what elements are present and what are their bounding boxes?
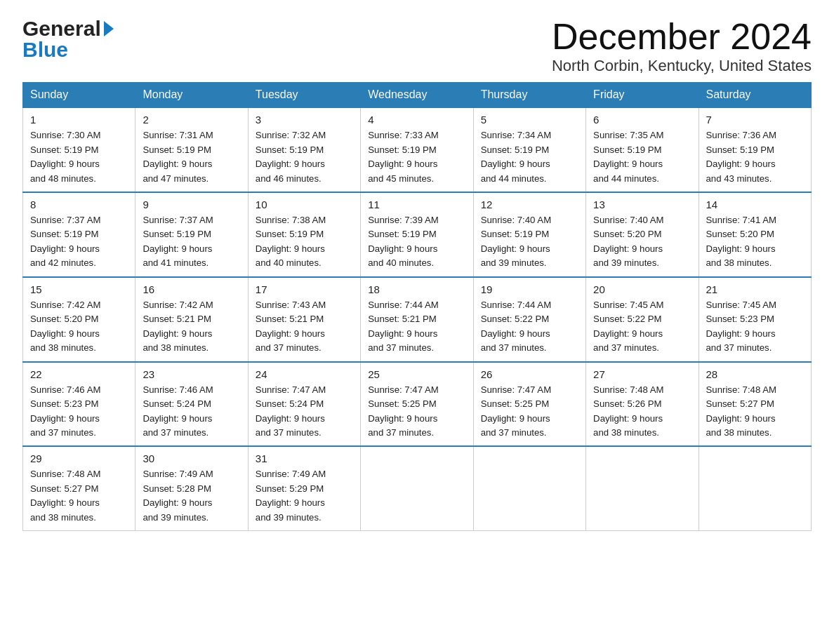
calendar-week-row: 22Sunrise: 7:46 AMSunset: 5:23 PMDayligh… bbox=[23, 362, 812, 447]
day-info: Sunrise: 7:47 AMSunset: 5:25 PMDaylight:… bbox=[481, 383, 578, 441]
month-title: December 2024 bbox=[552, 17, 812, 57]
day-number: 8 bbox=[30, 199, 128, 210]
logo-blue-text: Blue bbox=[22, 38, 114, 62]
location-title: North Corbin, Kentucky, United States bbox=[552, 57, 812, 75]
calendar-day-cell: 10Sunrise: 7:38 AMSunset: 5:19 PMDayligh… bbox=[248, 192, 360, 277]
logo: General Blue bbox=[22, 17, 114, 62]
day-info: Sunrise: 7:40 AMSunset: 5:19 PMDaylight:… bbox=[481, 213, 578, 271]
day-number: 9 bbox=[143, 199, 240, 210]
calendar-day-cell: 13Sunrise: 7:40 AMSunset: 5:20 PMDayligh… bbox=[586, 192, 699, 277]
calendar-day-cell: 15Sunrise: 7:42 AMSunset: 5:20 PMDayligh… bbox=[23, 277, 135, 362]
day-number: 12 bbox=[481, 199, 578, 210]
day-info: Sunrise: 7:47 AMSunset: 5:25 PMDaylight:… bbox=[368, 383, 465, 441]
day-info: Sunrise: 7:40 AMSunset: 5:20 PMDaylight:… bbox=[593, 213, 691, 271]
calendar-empty-cell bbox=[361, 446, 473, 530]
day-info: Sunrise: 7:30 AMSunset: 5:19 PMDaylight:… bbox=[30, 128, 128, 186]
day-info: Sunrise: 7:32 AMSunset: 5:19 PMDaylight:… bbox=[256, 128, 353, 186]
day-number: 30 bbox=[143, 452, 240, 464]
weekday-header-monday: Monday bbox=[135, 83, 248, 108]
calendar-day-cell: 27Sunrise: 7:48 AMSunset: 5:26 PMDayligh… bbox=[586, 362, 699, 447]
day-number: 21 bbox=[706, 283, 804, 295]
calendar-header-row: SundayMondayTuesdayWednesdayThursdayFrid… bbox=[23, 83, 812, 108]
calendar-day-cell: 8Sunrise: 7:37 AMSunset: 5:19 PMDaylight… bbox=[23, 192, 135, 277]
weekday-header-saturday: Saturday bbox=[699, 83, 811, 108]
weekday-header-wednesday: Wednesday bbox=[361, 83, 473, 108]
day-info: Sunrise: 7:46 AMSunset: 5:24 PMDaylight:… bbox=[143, 383, 240, 441]
day-info: Sunrise: 7:35 AMSunset: 5:19 PMDaylight:… bbox=[593, 128, 691, 186]
day-info: Sunrise: 7:38 AMSunset: 5:19 PMDaylight:… bbox=[256, 213, 353, 271]
calendar-day-cell: 17Sunrise: 7:43 AMSunset: 5:21 PMDayligh… bbox=[248, 277, 360, 362]
calendar-day-cell: 19Sunrise: 7:44 AMSunset: 5:22 PMDayligh… bbox=[473, 277, 585, 362]
title-block: December 2024 North Corbin, Kentucky, Un… bbox=[552, 17, 812, 75]
day-info: Sunrise: 7:34 AMSunset: 5:19 PMDaylight:… bbox=[481, 128, 578, 186]
day-number: 10 bbox=[256, 199, 353, 210]
day-info: Sunrise: 7:48 AMSunset: 5:27 PMDaylight:… bbox=[30, 467, 128, 525]
logo-general-text: General bbox=[22, 17, 114, 41]
calendar-day-cell: 11Sunrise: 7:39 AMSunset: 5:19 PMDayligh… bbox=[361, 192, 473, 277]
calendar-day-cell: 14Sunrise: 7:41 AMSunset: 5:20 PMDayligh… bbox=[699, 192, 811, 277]
day-info: Sunrise: 7:43 AMSunset: 5:21 PMDaylight:… bbox=[256, 298, 353, 356]
calendar-week-row: 1Sunrise: 7:30 AMSunset: 5:19 PMDaylight… bbox=[23, 107, 812, 192]
calendar-week-row: 15Sunrise: 7:42 AMSunset: 5:20 PMDayligh… bbox=[23, 277, 812, 362]
calendar-empty-cell bbox=[473, 446, 585, 530]
day-info: Sunrise: 7:45 AMSunset: 5:23 PMDaylight:… bbox=[706, 298, 804, 356]
calendar-day-cell: 12Sunrise: 7:40 AMSunset: 5:19 PMDayligh… bbox=[473, 192, 585, 277]
day-number: 27 bbox=[593, 368, 691, 380]
day-number: 23 bbox=[143, 368, 240, 380]
day-info: Sunrise: 7:46 AMSunset: 5:23 PMDaylight:… bbox=[30, 383, 128, 441]
calendar-day-cell: 1Sunrise: 7:30 AMSunset: 5:19 PMDaylight… bbox=[23, 107, 135, 192]
calendar-day-cell: 18Sunrise: 7:44 AMSunset: 5:21 PMDayligh… bbox=[361, 277, 473, 362]
day-number: 22 bbox=[30, 368, 128, 380]
day-info: Sunrise: 7:44 AMSunset: 5:22 PMDaylight:… bbox=[481, 298, 578, 356]
day-number: 24 bbox=[256, 368, 353, 380]
calendar-day-cell: 3Sunrise: 7:32 AMSunset: 5:19 PMDaylight… bbox=[248, 107, 360, 192]
calendar-day-cell: 7Sunrise: 7:36 AMSunset: 5:19 PMDaylight… bbox=[699, 107, 811, 192]
day-number: 19 bbox=[481, 283, 578, 295]
day-number: 18 bbox=[368, 283, 465, 295]
calendar-week-row: 29Sunrise: 7:48 AMSunset: 5:27 PMDayligh… bbox=[23, 446, 812, 530]
logo-arrow-icon bbox=[104, 21, 114, 36]
day-number: 31 bbox=[256, 452, 353, 464]
day-number: 15 bbox=[30, 283, 128, 295]
day-info: Sunrise: 7:37 AMSunset: 5:19 PMDaylight:… bbox=[143, 213, 240, 271]
calendar-day-cell: 24Sunrise: 7:47 AMSunset: 5:24 PMDayligh… bbox=[248, 362, 360, 447]
day-number: 7 bbox=[706, 114, 804, 126]
day-number: 6 bbox=[593, 114, 691, 126]
calendar-day-cell: 29Sunrise: 7:48 AMSunset: 5:27 PMDayligh… bbox=[23, 446, 135, 530]
day-info: Sunrise: 7:37 AMSunset: 5:19 PMDaylight:… bbox=[30, 213, 128, 271]
day-number: 29 bbox=[30, 452, 128, 464]
page-header: General Blue December 2024 North Corbin,… bbox=[22, 17, 812, 75]
day-info: Sunrise: 7:44 AMSunset: 5:21 PMDaylight:… bbox=[368, 298, 465, 356]
day-info: Sunrise: 7:39 AMSunset: 5:19 PMDaylight:… bbox=[368, 213, 465, 271]
logo-general-label: General bbox=[22, 17, 101, 41]
calendar-day-cell: 16Sunrise: 7:42 AMSunset: 5:21 PMDayligh… bbox=[135, 277, 248, 362]
day-info: Sunrise: 7:48 AMSunset: 5:26 PMDaylight:… bbox=[593, 383, 691, 441]
calendar-day-cell: 28Sunrise: 7:48 AMSunset: 5:27 PMDayligh… bbox=[699, 362, 811, 447]
weekday-header-sunday: Sunday bbox=[23, 83, 135, 108]
day-info: Sunrise: 7:42 AMSunset: 5:21 PMDaylight:… bbox=[143, 298, 240, 356]
weekday-header-tuesday: Tuesday bbox=[248, 83, 360, 108]
day-number: 28 bbox=[706, 368, 804, 380]
day-number: 26 bbox=[481, 368, 578, 380]
calendar-day-cell: 22Sunrise: 7:46 AMSunset: 5:23 PMDayligh… bbox=[23, 362, 135, 447]
calendar-day-cell: 9Sunrise: 7:37 AMSunset: 5:19 PMDaylight… bbox=[135, 192, 248, 277]
weekday-header-thursday: Thursday bbox=[473, 83, 585, 108]
day-number: 1 bbox=[30, 114, 128, 126]
calendar-empty-cell bbox=[586, 446, 699, 530]
day-info: Sunrise: 7:41 AMSunset: 5:20 PMDaylight:… bbox=[706, 213, 804, 271]
day-info: Sunrise: 7:49 AMSunset: 5:28 PMDaylight:… bbox=[143, 467, 240, 525]
calendar-table: SundayMondayTuesdayWednesdayThursdayFrid… bbox=[22, 82, 812, 531]
calendar-day-cell: 31Sunrise: 7:49 AMSunset: 5:29 PMDayligh… bbox=[248, 446, 360, 530]
calendar-day-cell: 6Sunrise: 7:35 AMSunset: 5:19 PMDaylight… bbox=[586, 107, 699, 192]
calendar-week-row: 8Sunrise: 7:37 AMSunset: 5:19 PMDaylight… bbox=[23, 192, 812, 277]
day-info: Sunrise: 7:42 AMSunset: 5:20 PMDaylight:… bbox=[30, 298, 128, 356]
day-number: 4 bbox=[368, 114, 465, 126]
day-number: 2 bbox=[143, 114, 240, 126]
day-number: 5 bbox=[481, 114, 578, 126]
day-number: 17 bbox=[256, 283, 353, 295]
calendar-day-cell: 4Sunrise: 7:33 AMSunset: 5:19 PMDaylight… bbox=[361, 107, 473, 192]
day-info: Sunrise: 7:33 AMSunset: 5:19 PMDaylight:… bbox=[368, 128, 465, 186]
logo-blue-label: Blue bbox=[22, 38, 68, 62]
calendar-day-cell: 25Sunrise: 7:47 AMSunset: 5:25 PMDayligh… bbox=[361, 362, 473, 447]
calendar-day-cell: 5Sunrise: 7:34 AMSunset: 5:19 PMDaylight… bbox=[473, 107, 585, 192]
